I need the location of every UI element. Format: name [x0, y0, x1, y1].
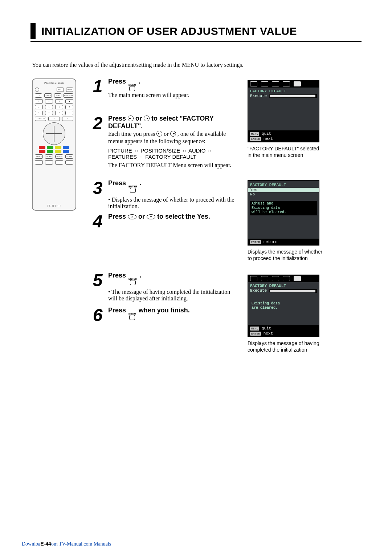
text: Press: [108, 272, 128, 279]
step-1-desc: The main menu screen will appear.: [108, 92, 189, 98]
text: Press: [108, 307, 128, 314]
osd-return-label: return: [263, 240, 278, 244]
step-6-heading: Press MENU when you finish.: [108, 307, 190, 320]
osd-warning-message: Adjust and Existing data will be cleared…: [250, 201, 317, 215]
step-3-heading: Press ENTER .: [108, 179, 239, 193]
osd-footer: ENTER return: [248, 239, 319, 245]
text: Press: [108, 179, 128, 187]
page-root: INITIALIZATION OF USER ADJUSTMENT VALUE …: [0, 0, 392, 555]
text: .: [140, 179, 142, 187]
osd-foot-enter-icon: ENTER: [250, 240, 261, 244]
text: Press: [108, 213, 128, 220]
step-number: 2: [91, 115, 104, 169]
text: Press: [108, 115, 128, 122]
osd-footer: MENU quit ENTER next: [248, 130, 319, 142]
step-5: 5 Press ENTER . • The message of having …: [91, 272, 239, 302]
osd-foot-enter-icon: ENTER: [250, 137, 261, 141]
text: when you finish.: [139, 307, 190, 314]
step-2-each: Each time you press or , one of the avai…: [108, 131, 239, 137]
text: Press: [108, 78, 128, 85]
osd-confirm-dialog: FACTORY DEFAULT Yes No Adjust and Existi…: [248, 180, 319, 246]
osd-foot-enter-icon: ENTER: [250, 332, 261, 336]
osd-label-execute: Execute: [250, 288, 267, 293]
menu-button-icon: MENU: [128, 84, 136, 91]
osd2-caption: Displays the message of whether to proce…: [248, 248, 324, 262]
left-dot-icon: [128, 116, 134, 121]
osd1-caption: "FACTORY DEFAULT" selected in the main m…: [248, 145, 324, 158]
right-dot-icon: [170, 131, 176, 137]
osd-row-execute: Execute: [248, 94, 319, 98]
step-number: 6: [91, 307, 104, 324]
osd-complete-message: Existing data are cleared.: [250, 301, 317, 311]
osd-foot-menu-icon: MENU: [250, 327, 259, 331]
down-oval-icon: [147, 214, 155, 219]
step-4-heading: Press or to select the Yes.: [108, 213, 210, 220]
page-number: E-44: [40, 541, 51, 547]
step-2: 2 Press or to select "FACTORY DEFAULT". …: [91, 115, 239, 169]
step-number: 3: [91, 179, 104, 210]
remote-brand: Plasmavision: [33, 81, 75, 85]
osd-quit-label: quit: [262, 131, 271, 136]
footer-text-post: om TV-Manual.com Manuals: [51, 541, 111, 547]
text: to select the Yes.: [157, 213, 210, 220]
step-1-heading: Press MENU .: [108, 78, 189, 91]
step-4: 4 Press or to select the Yes.: [91, 213, 210, 230]
step-number: 1: [91, 78, 104, 98]
osd-label-execute: Execute: [250, 94, 267, 98]
osd-quit-label: quit: [262, 326, 271, 331]
osd-complete-screen: FACTORY DEFAULT Execute Existing data ar…: [248, 275, 319, 337]
enter-button-icon: ENTER: [128, 278, 137, 285]
title-underline: [30, 41, 362, 42]
enter-button-icon: ENTER: [128, 185, 137, 193]
osd-tab-icons: [248, 275, 319, 282]
title-bar: INITIALIZATION OF USER ADJUSTMENT VALUE: [30, 23, 362, 39]
text: .: [140, 272, 142, 279]
text: .: [139, 78, 140, 85]
footer-download-link[interactable]: DownloaE-44om TV-Manual.com Manuals: [22, 541, 111, 547]
osd3-caption: Displays the message of having completed…: [248, 340, 324, 353]
osd-next-label: next: [264, 137, 273, 141]
up-oval-icon: [128, 214, 136, 219]
step-2-heading: Press or to select "FACTORY DEFAULT".: [108, 115, 239, 130]
remote-maker: FUJITSU: [33, 204, 75, 208]
step-2-desc: menus appears in the following sequence:: [108, 138, 239, 145]
osd-option-yes: Yes: [248, 188, 319, 192]
text: or: [138, 213, 147, 220]
step-number: 5: [91, 272, 104, 302]
menu-button-icon: MENU: [128, 312, 136, 320]
step-6: 6 Press MENU when you finish.: [91, 307, 190, 324]
step-1: 1 Press MENU . The main menu screen will…: [91, 78, 189, 98]
remote-illustration: Plasmavision STILLWIDE TVVIDEORGBTELETEX…: [32, 78, 76, 211]
page-title: INITIALIZATION OF USER ADJUSTMENT VALUE: [41, 25, 297, 37]
step-5-bullet: • The message of having completed the in…: [108, 289, 239, 302]
osd-title: FACTORY DEFAULT: [248, 282, 319, 288]
menu-sequence: PICTURE ↔ POSITION/SIZE ↔ AUDIO ↔ FEATUR…: [108, 147, 239, 160]
footer-text-pre: Downloa: [22, 541, 40, 547]
osd-next-label: next: [264, 331, 273, 336]
osd-footer: MENU quit ENTER next: [248, 325, 319, 337]
intro-text: You can restore the values of the adjust…: [32, 62, 244, 68]
osd-row-execute: Execute: [248, 288, 319, 293]
step-3: 3 Press ENTER . • Displays the message o…: [91, 179, 239, 210]
right-dot-icon: [144, 116, 150, 121]
step-number: 4: [91, 213, 104, 230]
step-5-heading: Press ENTER .: [108, 272, 239, 285]
osd-title: FACTORY DEFAULT: [248, 88, 319, 93]
osd-tab-icons: [248, 80, 319, 88]
osd-title: FACTORY DEFAULT: [248, 181, 319, 188]
osd-option-no: No: [248, 192, 319, 197]
title-ornament: [30, 23, 36, 39]
osd-factory-default-menu: FACTORY DEFAULT Execute MENU quit ENTER …: [248, 80, 319, 142]
osd-foot-menu-icon: MENU: [250, 132, 259, 136]
step-3-bullet: • Displays the message of whether to pro…: [108, 197, 239, 210]
step-2-desc2: The FACTORY DEFAULT Menu screen will app…: [108, 162, 239, 169]
text: or: [135, 115, 144, 122]
left-dot-icon: [156, 131, 162, 137]
